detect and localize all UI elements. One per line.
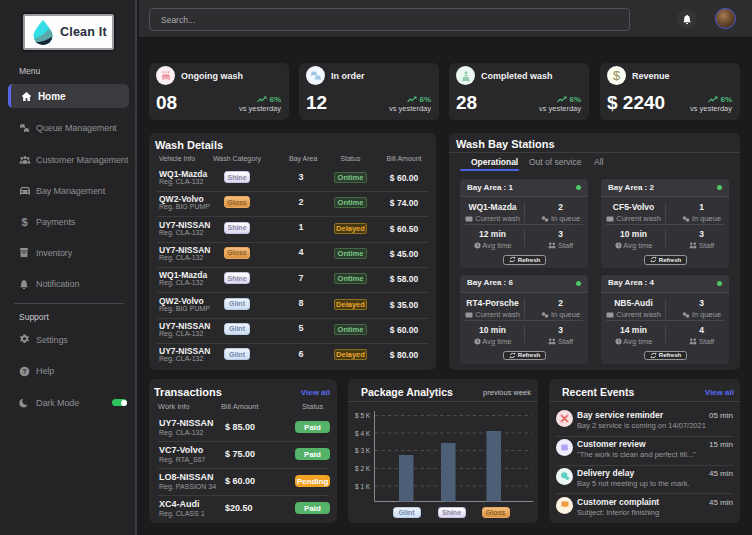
- svg-text:$ 2 K: $ 2 K: [355, 465, 371, 472]
- svg-text:$ 4 K: $ 4 K: [355, 430, 371, 437]
- svg-text:$ 3 K: $ 3 K: [355, 447, 371, 454]
- svg-text:$ 1 K: $ 1 K: [355, 483, 371, 490]
- svg-text:$ 5 K: $ 5 K: [355, 412, 371, 419]
- svg-text:?: ?: [22, 368, 26, 375]
